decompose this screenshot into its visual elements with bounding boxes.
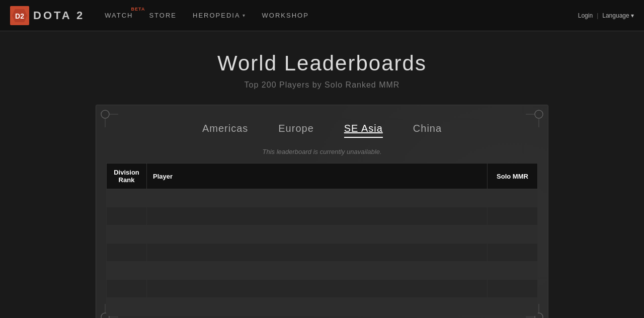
table-row bbox=[107, 225, 538, 244]
tab-europe[interactable]: Europe bbox=[278, 120, 314, 138]
page-title: World Leaderboards bbox=[217, 51, 427, 75]
nav-divider: | bbox=[597, 12, 598, 19]
nav-right: Login | Language ▾ bbox=[578, 12, 634, 19]
cell-mmr bbox=[488, 298, 538, 316]
table-row bbox=[107, 207, 538, 225]
table-row bbox=[107, 189, 538, 207]
nav-watch[interactable]: WATCH BETA bbox=[105, 12, 133, 19]
region-tabs: Americas Europe SE Asia China bbox=[106, 120, 538, 138]
language-link[interactable]: Language ▾ bbox=[602, 12, 634, 19]
col-mmr: Solo MMR bbox=[488, 164, 538, 189]
nav-store[interactable]: STORE bbox=[149, 12, 177, 19]
navigation: D2 DOTA 2 WATCH BETA STORE HEROPEDIA ▾ W… bbox=[0, 0, 644, 31]
table-header-row: DivisionRank Player Solo MMR bbox=[107, 164, 538, 189]
table-row bbox=[107, 298, 538, 316]
main-content: World Leaderboards Top 200 Players by So… bbox=[0, 31, 644, 318]
cell-player bbox=[147, 189, 488, 207]
cell-rank bbox=[107, 280, 147, 298]
page-subtitle: Top 200 Players by Solo Ranked MMR bbox=[245, 81, 400, 90]
tab-americas[interactable]: Americas bbox=[202, 120, 248, 138]
table-row bbox=[107, 280, 538, 298]
dota-logo-icon: D2 bbox=[10, 6, 29, 25]
login-link[interactable]: Login bbox=[578, 12, 593, 19]
nav-workshop[interactable]: WORKSHOP bbox=[262, 12, 309, 19]
cell-rank bbox=[107, 225, 147, 244]
svg-text:D2: D2 bbox=[15, 12, 24, 20]
cell-mmr bbox=[488, 189, 538, 207]
cell-rank bbox=[107, 262, 147, 280]
language-dropdown-icon: ▾ bbox=[631, 12, 634, 19]
cell-mmr bbox=[488, 244, 538, 262]
tab-se-asia[interactable]: SE Asia bbox=[344, 120, 383, 138]
cell-player bbox=[147, 280, 488, 298]
table-row bbox=[107, 262, 538, 280]
cell-player bbox=[147, 225, 488, 244]
cell-mmr bbox=[488, 262, 538, 280]
leaderboard-panel: Americas Europe SE Asia China This leade… bbox=[96, 105, 548, 318]
col-player: Player bbox=[147, 164, 488, 189]
cell-rank bbox=[107, 207, 147, 225]
svg-point-4 bbox=[535, 110, 543, 118]
cell-player bbox=[147, 244, 488, 262]
heropedia-dropdown-icon: ▾ bbox=[243, 13, 246, 18]
table-row bbox=[107, 244, 538, 262]
cell-rank bbox=[107, 244, 147, 262]
cell-player bbox=[147, 207, 488, 225]
unavailable-message: This leaderboard is currently unavailabl… bbox=[106, 148, 538, 155]
svg-point-3 bbox=[101, 110, 109, 118]
beta-badge: BETA bbox=[131, 7, 145, 12]
cell-mmr bbox=[488, 207, 538, 225]
cell-mmr bbox=[488, 280, 538, 298]
cell-mmr bbox=[488, 225, 538, 244]
cell-player bbox=[147, 262, 488, 280]
nav-heropedia[interactable]: HEROPEDIA ▾ bbox=[193, 12, 246, 19]
logo-text: DOTA 2 bbox=[33, 9, 85, 22]
logo[interactable]: D2 DOTA 2 bbox=[10, 6, 85, 25]
tab-china[interactable]: China bbox=[413, 120, 442, 138]
cell-player bbox=[147, 298, 488, 316]
col-rank: DivisionRank bbox=[107, 164, 147, 189]
nav-links: WATCH BETA STORE HEROPEDIA ▾ WORKSHOP bbox=[105, 12, 578, 19]
cell-rank bbox=[107, 298, 147, 316]
cell-rank bbox=[107, 189, 147, 207]
leaderboard-table: DivisionRank Player Solo MMR bbox=[106, 163, 538, 316]
